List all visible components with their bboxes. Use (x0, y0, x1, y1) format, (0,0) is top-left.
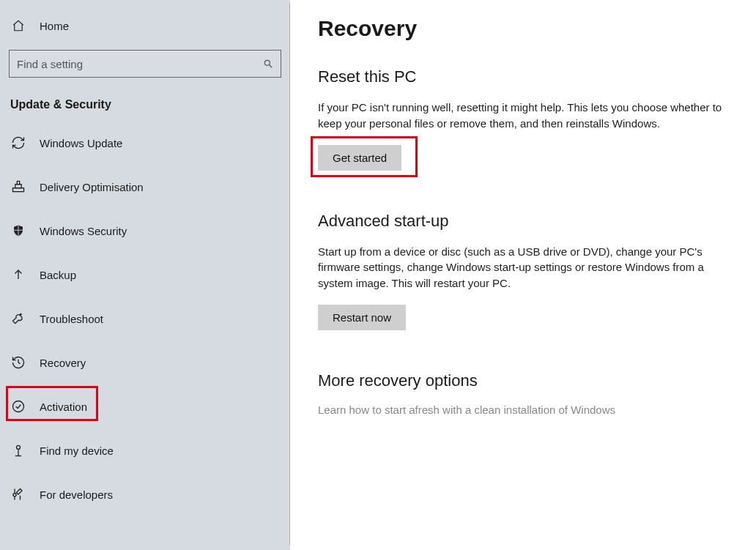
more-title: More recovery options (318, 371, 741, 390)
sidebar-item-activation[interactable]: Activation (0, 388, 290, 425)
sidebar-item-windows-security[interactable]: Windows Security (0, 212, 290, 249)
advanced-desc: Start up from a device or disc (such as … (318, 244, 741, 291)
svg-rect-2 (13, 188, 24, 192)
search-box[interactable] (9, 50, 281, 78)
delivery-icon (10, 179, 26, 194)
sidebar-item-find-my-device[interactable]: Find my device (0, 432, 290, 469)
tools-icon (10, 487, 26, 502)
wrench-icon (10, 311, 26, 326)
history-icon (10, 355, 26, 370)
sidebar-item-recovery[interactable]: Recovery (0, 344, 290, 381)
search-input[interactable] (17, 58, 263, 70)
sync-icon (10, 135, 26, 150)
main-content: Recovery Reset this PC If your PC isn't … (290, 0, 756, 550)
location-icon (10, 443, 26, 458)
check-circle-icon (10, 399, 26, 414)
sidebar-item-windows-update[interactable]: Windows Update (0, 125, 290, 161)
sidebar-item-label: Delivery Optimisation (40, 181, 144, 193)
get-started-button[interactable]: Get started (318, 145, 401, 171)
backup-icon (10, 267, 26, 282)
svg-point-0 (264, 60, 270, 65)
svg-line-1 (270, 65, 273, 68)
sidebar-item-label: Find my device (40, 445, 114, 457)
sidebar-item-troubleshoot[interactable]: Troubleshoot (0, 300, 290, 337)
sidebar-item-label: Troubleshoot (40, 313, 103, 325)
sidebar-item-for-developers[interactable]: For developers (0, 476, 290, 513)
sidebar: Home Update & Security Windows Update De… (0, 0, 290, 550)
more-link[interactable]: Learn how to start afresh with a clean i… (318, 404, 741, 416)
section-advanced: Advanced start-up Start up from a device… (318, 212, 741, 330)
sidebar-item-label: Windows Update (40, 137, 122, 149)
svg-rect-4 (17, 182, 19, 185)
restart-now-button[interactable]: Restart now (318, 305, 406, 330)
advanced-title: Advanced start-up (318, 212, 741, 231)
svg-point-9 (17, 445, 21, 449)
section-reset: Reset this PC If your PC isn't running w… (318, 67, 741, 171)
category-title: Update & Security (0, 91, 290, 125)
svg-point-10 (13, 494, 16, 497)
svg-point-8 (13, 401, 24, 412)
home-label: Home (40, 20, 69, 32)
sidebar-item-label: Activation (40, 401, 87, 413)
sidebar-item-home[interactable]: Home (0, 10, 290, 45)
sidebar-item-label: Backup (40, 269, 76, 281)
reset-title: Reset this PC (318, 67, 741, 86)
reset-desc: If your PC isn't running well, resetting… (318, 100, 741, 132)
page-title: Recovery (318, 16, 741, 41)
svg-rect-3 (15, 185, 21, 188)
sidebar-item-label: For developers (40, 488, 113, 501)
sidebar-item-backup[interactable]: Backup (0, 256, 290, 293)
search-icon (263, 59, 273, 69)
shield-icon (10, 223, 26, 238)
sidebar-item-label: Windows Security (40, 225, 127, 237)
sidebar-item-delivery-optimisation[interactable]: Delivery Optimisation (0, 168, 290, 205)
sidebar-item-label: Recovery (40, 357, 86, 369)
home-icon (10, 19, 26, 32)
section-more: More recovery options Learn how to start… (318, 371, 741, 416)
